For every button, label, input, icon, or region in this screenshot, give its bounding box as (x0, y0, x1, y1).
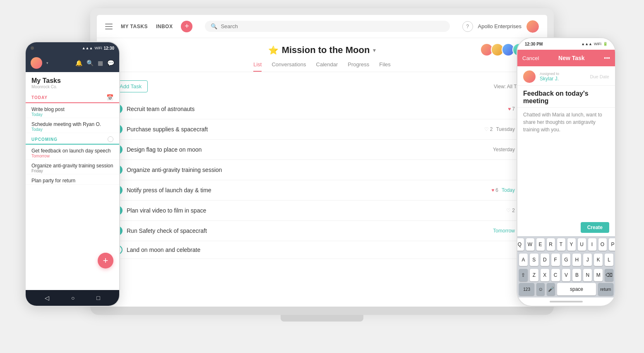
key-o[interactable]: O (598, 238, 607, 251)
task-name-4: Organize anti-gravity training session (127, 167, 511, 173)
key-p[interactable]: P (609, 238, 616, 251)
task-meta-3: Yesterday (493, 147, 515, 152)
key-v[interactable]: V (562, 269, 571, 281)
key-g[interactable]: G (562, 254, 571, 266)
android-dropdown-icon: ▾ (46, 61, 48, 65)
list-item: Plan party for return (26, 174, 119, 185)
list-item: Write blog post Today (26, 103, 119, 118)
laptop-stand (281, 315, 363, 322)
heart-icon: ♡ (506, 208, 511, 213)
chat-icon[interactable]: 💬 (107, 60, 114, 66)
table-row: Plan viral video to film in space ♡ 2 (113, 201, 531, 221)
shift-key[interactable]: ⇧ (519, 269, 528, 281)
android-camera-dot (31, 46, 34, 50)
search-input[interactable] (221, 23, 444, 29)
key-f[interactable]: F (551, 254, 560, 266)
android-task-date: Friday (31, 169, 113, 173)
task-date-5: Today (502, 187, 515, 193)
key-u[interactable]: U (578, 238, 586, 251)
task-name-1: Recruit team of astronauts (127, 106, 504, 112)
task-likes-1: ♥ 7 (508, 106, 515, 112)
key-e[interactable]: E (536, 238, 545, 251)
key-c[interactable]: C (551, 269, 560, 281)
my-tasks-nav[interactable]: MY TASKS (121, 24, 148, 29)
key-r[interactable]: R (547, 238, 555, 251)
key-t[interactable]: T (557, 238, 565, 251)
mic-key[interactable]: 🎤 (547, 283, 555, 295)
key-n[interactable]: N (583, 269, 592, 281)
bell-icon[interactable]: 🔔 (75, 60, 82, 66)
numbers-key[interactable]: 123 (519, 283, 534, 295)
android-task-name: Write blog post (31, 106, 113, 112)
key-h[interactable]: H (572, 254, 581, 266)
key-b[interactable]: B (572, 269, 581, 281)
star-icon: ⭐ (268, 45, 279, 55)
list-item: Get feedback on launch day speech Tomorr… (26, 145, 119, 160)
new-task-label: New Task (558, 55, 585, 61)
key-q[interactable]: Q (517, 238, 524, 251)
tab-progress[interactable]: Progress (348, 59, 369, 72)
task-meta-6: ♡ 2 (506, 208, 515, 213)
android-upcoming-header: UPCOMING (26, 133, 119, 145)
task-name-5: Notify press of launch day & time (127, 187, 487, 193)
table-row: Notify press of launch day & time ♥ 6 To… (113, 180, 531, 201)
space-key[interactable]: space (557, 283, 596, 295)
key-l[interactable]: L (605, 254, 613, 266)
key-s[interactable]: S (530, 254, 538, 266)
tab-list[interactable]: List (253, 59, 262, 72)
laptop-base (90, 307, 554, 315)
create-button[interactable]: Create (581, 222, 609, 233)
key-a[interactable]: A (519, 254, 528, 266)
key-y[interactable]: Y (567, 238, 576, 251)
key-m[interactable]: M (594, 269, 603, 281)
inbox-nav[interactable]: INBOX (156, 24, 173, 29)
ios-keyboard: Q W E R T Y U I O P A S D F G H J K L (517, 236, 615, 297)
chevron-down-icon[interactable]: ▾ (373, 47, 376, 53)
android-today-header: TODAY 📅 (26, 91, 119, 103)
battery-icon: 🔋 (603, 42, 608, 46)
ios-content: Assigned to Skylar J. Due Date Feedback … (517, 66, 615, 236)
ios-assigned-row: Assigned to Skylar J. Due Date (517, 66, 615, 86)
help-button[interactable]: ? (462, 21, 473, 32)
grid-icon[interactable]: ▦ (98, 60, 103, 66)
key-x[interactable]: X (541, 269, 549, 281)
key-w[interactable]: W (526, 238, 534, 251)
tab-calendar[interactable]: Calendar (316, 59, 338, 72)
return-key[interactable]: return (598, 283, 613, 295)
user-avatar (526, 20, 539, 33)
android-title-row: My Tasks Moonrock Co. (26, 72, 119, 91)
key-k[interactable]: K (594, 254, 603, 266)
wifi-icon: WiFi (594, 42, 601, 46)
android-user-avatar (31, 57, 42, 69)
android-fab-button[interactable]: + (98, 253, 113, 268)
backspace-key[interactable]: ⌫ (605, 269, 613, 281)
ios-assigned-avatar (523, 70, 536, 83)
key-z[interactable]: Z (530, 269, 538, 281)
task-date-2: Tuesday (496, 126, 515, 132)
heart-icon: ♥ (508, 106, 511, 112)
keyboard-row-3: ⇧ Z X C V B N M ⌫ (517, 267, 615, 282)
laptop-device: MY TASKS INBOX + 🔍 ? Apollo Enterprises (90, 8, 554, 323)
emoji-key[interactable]: ☺ (536, 283, 545, 295)
key-j[interactable]: J (583, 254, 592, 266)
add-button[interactable]: + (181, 21, 192, 32)
hamburger-icon[interactable] (105, 24, 113, 29)
recents-button[interactable]: □ (96, 295, 100, 301)
search-icon[interactable]: 🔍 (87, 60, 94, 66)
cancel-button[interactable]: Cancel (522, 55, 539, 61)
tab-conversations[interactable]: Conversations (272, 59, 306, 72)
android-upcoming-label: UPCOMING (31, 137, 58, 142)
ios-assigned-info: Assigned to Skylar J. (540, 72, 586, 82)
circle-icon (108, 136, 113, 142)
home-button[interactable]: ○ (71, 295, 74, 301)
table-row: Land on moon and celebrate ♥ 10 (113, 241, 531, 259)
signal-icon: ▲▲▲ (581, 42, 592, 46)
ios-task-title: Feedback on today's meeting (517, 86, 615, 108)
key-d[interactable]: D (541, 254, 549, 266)
back-button[interactable]: ◁ (45, 295, 49, 301)
task-likes-5: ♥ 6 (491, 187, 498, 193)
android-task-date: Tomorrow (31, 154, 113, 158)
tab-files[interactable]: Files (379, 59, 390, 72)
key-i[interactable]: I (588, 238, 596, 251)
more-button[interactable]: ••• (604, 55, 610, 61)
